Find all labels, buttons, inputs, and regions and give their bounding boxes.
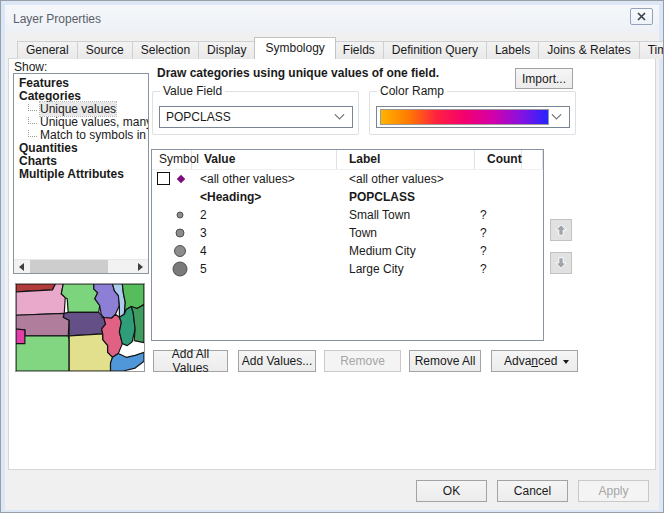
count-cell: ? bbox=[475, 206, 522, 224]
tab-symbology[interactable]: Symbology bbox=[254, 37, 335, 59]
color-ramp-dropdown[interactable] bbox=[376, 106, 570, 128]
scroll-right-button[interactable] bbox=[133, 260, 148, 273]
tab-selection[interactable]: Selection bbox=[133, 41, 199, 59]
remove-all-button[interactable]: Remove All bbox=[409, 350, 481, 372]
value-cell: 2 bbox=[192, 206, 337, 224]
value-cell: 5 bbox=[192, 260, 337, 278]
table-row-town[interactable]: 3 Town ? bbox=[152, 224, 543, 242]
graduated-dot-icon bbox=[173, 262, 188, 277]
symbol-cell bbox=[152, 242, 192, 260]
symbol-cell bbox=[152, 206, 192, 224]
count-cell: ? bbox=[475, 224, 522, 242]
window-title: Layer Properties bbox=[5, 12, 101, 26]
table-row-medium-city[interactable]: 4 Medium City ? bbox=[152, 242, 543, 260]
graduated-dot-icon bbox=[176, 229, 185, 238]
tab-time[interactable]: Time bbox=[640, 41, 664, 59]
scroll-left-icon bbox=[19, 263, 24, 271]
table-row-all-other-values[interactable]: <all other values> <all other values> bbox=[152, 170, 543, 188]
values-table: Symbol Value Label Count <all other valu… bbox=[151, 149, 544, 341]
close-button[interactable] bbox=[630, 8, 653, 25]
tab-display[interactable]: Display bbox=[199, 41, 255, 59]
value-field-label: Value Field bbox=[160, 84, 225, 98]
column-header-count[interactable]: Count bbox=[475, 150, 522, 169]
tab-strip: General Source Selection Display Symbolo… bbox=[17, 38, 664, 59]
tree-branch-icon bbox=[28, 104, 37, 111]
label-cell: Small Town bbox=[337, 206, 475, 224]
table-row-large-city[interactable]: 5 Large City ? bbox=[152, 260, 543, 278]
all-other-values-checkbox[interactable] bbox=[157, 172, 170, 185]
show-item-multiple-attributes[interactable]: Multiple Attributes bbox=[14, 168, 148, 181]
apply-button[interactable]: Apply bbox=[578, 480, 649, 502]
value-field-dropdown[interactable]: POPCLASS bbox=[159, 106, 353, 128]
symbology-tab-page: Show: Features Categories Unique values … bbox=[8, 58, 656, 470]
label-cell: Large City bbox=[337, 260, 475, 278]
show-list: Features Categories Unique values Unique… bbox=[13, 73, 149, 274]
map-preview-image bbox=[16, 284, 144, 371]
value-field-group: Value Field POPCLASS bbox=[152, 91, 359, 135]
import-button[interactable]: Import... bbox=[515, 68, 573, 89]
symbol-cell bbox=[152, 170, 192, 188]
tab-labels[interactable]: Labels bbox=[487, 41, 539, 59]
add-all-values-button[interactable]: Add All Values bbox=[153, 350, 228, 372]
count-cell: ? bbox=[475, 260, 522, 278]
layer-properties-dialog: Layer Properties General Source Selectio… bbox=[0, 0, 664, 513]
tree-branch-icon bbox=[28, 130, 37, 137]
arrow-down-icon bbox=[554, 256, 568, 270]
value-cell: 4 bbox=[192, 242, 337, 260]
label-cell: Town bbox=[337, 224, 475, 242]
tab-general[interactable]: General bbox=[17, 41, 78, 59]
value-field-value: POPCLASS bbox=[160, 110, 336, 124]
ok-button[interactable]: OK bbox=[416, 480, 487, 502]
column-header-symbol[interactable]: Symbol bbox=[152, 150, 192, 169]
graduated-dot-icon bbox=[177, 212, 184, 219]
symbol-cell bbox=[152, 224, 192, 242]
value-cell: <all other values> bbox=[192, 170, 337, 188]
symbol-cell bbox=[152, 188, 192, 206]
show-label: Show: bbox=[14, 60, 47, 74]
graduated-dot-icon bbox=[174, 245, 186, 257]
map-preview bbox=[15, 283, 145, 372]
value-cell: 3 bbox=[192, 224, 337, 242]
dialog-body: General Source Selection Display Symbolo… bbox=[5, 33, 659, 510]
cancel-button[interactable]: Cancel bbox=[497, 480, 568, 502]
scrollbar-thumb[interactable] bbox=[30, 260, 108, 273]
tab-joins-relates[interactable]: Joins & Relates bbox=[539, 41, 639, 59]
symbol-cell bbox=[152, 260, 192, 278]
color-ramp-label: Color Ramp bbox=[377, 84, 447, 98]
title-bar: Layer Properties bbox=[5, 5, 659, 33]
table-row-small-town[interactable]: 2 Small Town ? bbox=[152, 206, 543, 224]
move-up-button[interactable] bbox=[550, 219, 572, 241]
column-header-filler bbox=[522, 150, 543, 169]
move-down-button[interactable] bbox=[550, 252, 572, 274]
color-ramp-group: Color Ramp bbox=[369, 91, 576, 135]
column-header-value[interactable]: Value bbox=[192, 150, 337, 169]
column-header-label[interactable]: Label bbox=[337, 150, 475, 169]
scroll-right-icon bbox=[138, 263, 143, 271]
show-list-horizontal-scrollbar[interactable] bbox=[14, 259, 148, 273]
label-cell: Medium City bbox=[337, 242, 475, 260]
add-values-button[interactable]: Add Values... bbox=[238, 350, 316, 372]
tree-branch-icon bbox=[28, 117, 37, 124]
table-row-heading[interactable]: <Heading> POPCLASS bbox=[152, 188, 543, 206]
values-table-header: Symbol Value Label Count bbox=[152, 150, 543, 170]
chevron-down-icon bbox=[335, 109, 345, 119]
point-symbol-icon bbox=[177, 175, 185, 183]
advanced-button[interactable]: Advanced bbox=[491, 350, 578, 372]
label-cell: POPCLASS bbox=[337, 188, 475, 206]
remove-button[interactable]: Remove bbox=[324, 350, 401, 372]
arrow-up-icon bbox=[554, 223, 568, 237]
tab-fields[interactable]: Fields bbox=[335, 41, 384, 59]
count-cell: ? bbox=[475, 242, 522, 260]
tab-definition-query[interactable]: Definition Query bbox=[384, 41, 487, 59]
scroll-left-button[interactable] bbox=[14, 260, 29, 273]
label-cell: <all other values> bbox=[337, 170, 475, 188]
value-cell: <Heading> bbox=[192, 188, 337, 206]
close-icon bbox=[637, 12, 646, 21]
dropdown-arrow-icon bbox=[563, 360, 569, 364]
advanced-label: Adva bbox=[504, 354, 531, 368]
tab-source[interactable]: Source bbox=[78, 41, 133, 59]
chevron-down-icon bbox=[552, 109, 562, 119]
color-ramp-preview bbox=[380, 109, 549, 125]
method-heading: Draw categories using unique values of o… bbox=[157, 66, 439, 80]
